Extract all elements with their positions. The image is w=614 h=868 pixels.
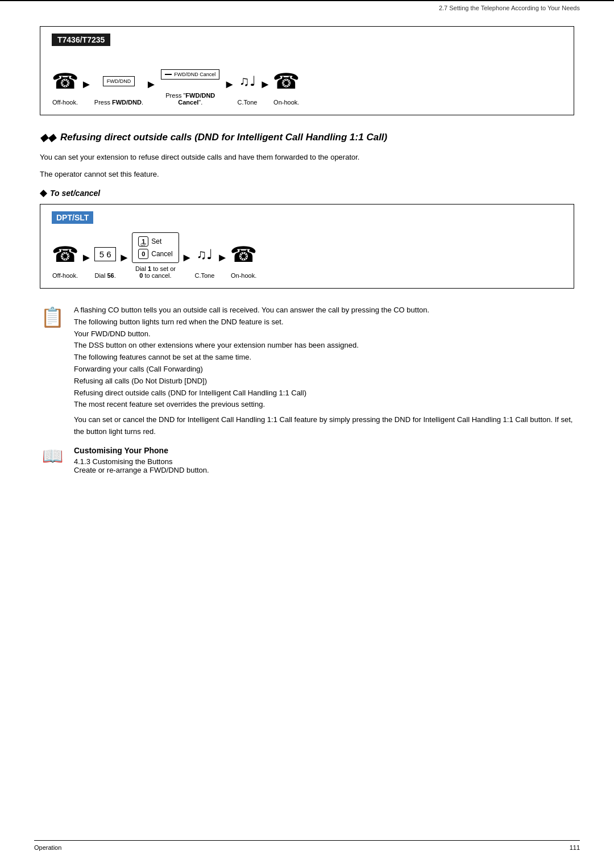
line-icon: [165, 74, 172, 75]
customising-item-2: Create or re-arrange a FWD/DND button.: [74, 466, 209, 474]
arrow1: ►: [81, 74, 92, 106]
dpt-arrow1: ►: [81, 248, 92, 279]
customising-item-1: 4.1.3 Customising the Buttons: [74, 457, 209, 466]
t7436-step-offhook: ☎ Off-hook.: [52, 65, 78, 106]
cancel-button-icon: FWD/DND Cancel: [161, 69, 219, 80]
page-content: T7436/T7235 ☎ Off-hook. ► FWD/DND Press …: [0, 15, 614, 531]
note-2: The following button lights turn red whe…: [74, 316, 574, 328]
offhook-label: Off-hook.: [52, 99, 78, 106]
page-footer: Operation 111: [34, 840, 580, 851]
note-1: A flashing CO button tells you an outsid…: [74, 304, 574, 316]
note-4: The DSS button on other extensions where…: [74, 340, 574, 352]
setcancel-icon-area: 1 OP Set 0 Cancel: [132, 232, 179, 263]
offhook-phone-icon: ☎: [52, 69, 78, 94]
set-row: 1 OP Set: [138, 236, 172, 247]
t7436-step-ctone: ♫♩ C.Tone: [238, 65, 258, 106]
main-section-heading: ◆◆ Refusing direct outside calls (DND fo…: [40, 131, 574, 144]
page-header: 2.7 Setting the Telephone According to Y…: [0, 0, 614, 15]
dpt-offhook-icon-area: ☎: [52, 239, 78, 270]
offhook-icon-area: ☎: [52, 65, 78, 97]
dpt-step-offhook: ☎ Off-hook.: [52, 239, 78, 279]
dpt-offhook-label: Off-hook.: [52, 272, 78, 279]
note-5: The following features cannot be set at …: [74, 352, 574, 364]
customising-section: 📖 Customising Your Phone 4.1.3 Customisi…: [40, 446, 574, 474]
dpt-arrow3: ►: [181, 248, 193, 279]
section-body1: You can set your extension to refuse dir…: [40, 152, 506, 163]
dpt-ctone-label: C.Tone: [194, 272, 214, 279]
t7436-box: T7436/T7235 ☎ Off-hook. ► FWD/DND Press …: [40, 26, 574, 115]
t7436-title: T7436/T7235: [52, 34, 110, 46]
t7436-steps: ☎ Off-hook. ► FWD/DND Press FWD/DND. ► F…: [52, 59, 562, 106]
customising-icon: 📖: [40, 446, 65, 466]
dpt-ctone-icon-area: ♫♩: [196, 239, 213, 270]
dpt-step-dial: 5 6 Dial 56.: [94, 239, 117, 279]
fwddnd-label: Press FWD/DND.: [94, 99, 143, 106]
dial-6: 6: [106, 249, 111, 259]
header-text: 2.7 Setting the Telephone According to Y…: [439, 5, 580, 11]
dial-56-icon: 5 6: [94, 247, 117, 261]
dial-label: Dial 56.: [94, 272, 115, 279]
dpt-onhook-icon-area: ☎: [230, 239, 257, 270]
note-9: The most recent feature set overrides th…: [74, 399, 574, 411]
num1-box: 1 OP: [138, 236, 148, 247]
set-label: Set: [151, 237, 161, 245]
dpt-step-setcancel: 1 OP Set 0 Cancel Dial 1 to: [132, 232, 179, 279]
dpt-arrow4: ►: [217, 248, 228, 279]
dpt-box: DPT/SLT ☎ Off-hook. ► 5 6 Dial 56.: [40, 204, 574, 289]
fwddnd-button-icon: FWD/DND: [103, 76, 135, 86]
cancel-text: FWD/DND Cancel: [174, 72, 215, 77]
dpt-steps: ☎ Off-hook. ► 5 6 Dial 56. ►: [52, 232, 562, 279]
num0-label: 0: [142, 251, 145, 257]
to-set-cancel-label: To set/cancel: [50, 189, 100, 198]
section-body2: The operator cannot set this feature.: [40, 169, 506, 180]
cancel-row: 0 Cancel: [138, 249, 172, 259]
customising-title: Customising Your Phone: [74, 446, 209, 455]
dpt-box-title: DPT/SLT: [52, 211, 93, 224]
notes-section: 📋 A flashing CO button tells you an outs…: [40, 304, 574, 438]
op-label: OP: [140, 243, 146, 247]
diamonds-icon: ◆◆: [40, 131, 56, 144]
note-6: Forwarding your calls (Call Forwarding): [74, 364, 574, 375]
t7436-step-fwddnd: FWD/DND Press FWD/DND.: [94, 65, 143, 106]
dpt-ctone-music-icon: ♫♩: [196, 247, 213, 262]
note-8: Refusing direct outside calls (DND for I…: [74, 387, 574, 399]
section-title: Refusing direct outside calls (DND for I…: [60, 132, 387, 143]
cancel-text-label: Cancel: [151, 250, 172, 258]
dial-icon-area: 5 6: [94, 239, 117, 270]
bullet-diamond-icon: ◆: [40, 187, 47, 198]
arrow4: ►: [259, 74, 271, 106]
setcancel-label: Dial 1 to set or0 to cancel.: [135, 265, 176, 279]
ctone-icon-area: ♫♩: [239, 65, 256, 97]
onhook-icon-area: ☎: [273, 65, 300, 97]
cancel-label: Press "FWD/DND Cancel".: [159, 92, 222, 106]
notes-text: A flashing CO button tells you an outsid…: [74, 304, 574, 438]
footer-right: 111: [570, 844, 580, 851]
to-set-cancel-heading: ◆ To set/cancel: [40, 187, 574, 198]
dpt-step-ctone: ♫♩ C.Tone: [194, 239, 214, 279]
note-10: You can set or cancel the DND for Intell…: [74, 414, 574, 438]
note-3: Your FWD/DND button.: [74, 328, 574, 340]
arrow3: ►: [224, 74, 235, 106]
set-cancel-box: 1 OP Set 0 Cancel: [132, 232, 179, 263]
dpt-onhook-label: On-hook.: [231, 272, 256, 279]
t7436-step-cancel: FWD/DND Cancel Press "FWD/DND Cancel".: [159, 59, 222, 106]
ctone-music-icon: ♫♩: [239, 73, 256, 89]
dpt-onhook-phone-icon: ☎: [230, 242, 257, 267]
dpt-arrow2: ►: [118, 248, 130, 279]
cancel-icon-area: FWD/DND Cancel: [161, 59, 219, 90]
dial-5: 5: [99, 249, 104, 259]
dpt-step-onhook: ☎ On-hook.: [230, 239, 257, 279]
num0-box: 0: [138, 249, 148, 259]
onhook-label: On-hook.: [273, 99, 299, 106]
footer-left: Operation: [34, 844, 61, 851]
customising-content: Customising Your Phone 4.1.3 Customising…: [74, 446, 209, 474]
dpt-offhook-phone-icon: ☎: [52, 242, 78, 267]
t7436-step-onhook: ☎ On-hook.: [273, 65, 300, 106]
arrow2: ►: [146, 74, 157, 106]
fwddnd-icon-area: FWD/DND: [103, 65, 135, 97]
onhook-phone-icon: ☎: [273, 69, 300, 94]
note-7: Refusing all calls (Do Not Disturb [DND]…: [74, 375, 574, 387]
note-icon: 📋: [40, 306, 65, 328]
ctone-label: C.Tone: [238, 99, 258, 106]
